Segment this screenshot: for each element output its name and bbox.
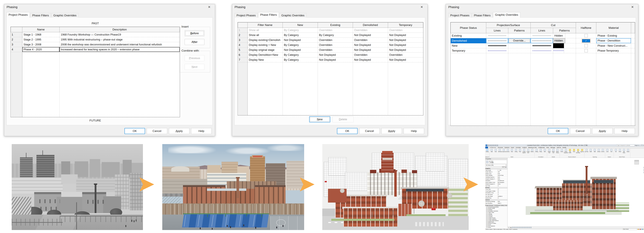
material-cell[interactable]: Phase - Demolition xyxy=(596,38,631,43)
filter-name-cell[interactable]: Display Demolition+New xyxy=(248,52,283,58)
cut-patterns-cell[interactable] xyxy=(553,48,576,53)
filter-setting-cell[interactable]: Not Displayed xyxy=(388,38,423,42)
phase-row[interactable]: 4Phase 4 - 2020Increased demand for teac… xyxy=(11,47,180,52)
combine-previous-button[interactable]: Previous xyxy=(184,55,204,61)
row-number[interactable]: 1 xyxy=(238,28,248,33)
phase-description-cell[interactable]: 1995 With industrial restructuring – pha… xyxy=(60,37,180,42)
material-cell[interactable]: Phase-Temporary xyxy=(596,48,631,53)
filter-name-cell[interactable]: Display original stage xyxy=(248,48,283,52)
filter-setting-cell[interactable]: Overridden xyxy=(388,52,423,58)
filter-row[interactable]: 4Display existing + NewBy CategoryOverri… xyxy=(238,42,423,48)
filter-row[interactable]: 5Display original stageNot DisplayedOver… xyxy=(238,48,423,52)
filter-row[interactable]: 7Display NewBy CategoryNot DisplayedNot … xyxy=(238,58,423,62)
override-row[interactable]: NewPhase - New Construct... xyxy=(451,43,635,48)
filter-name-cell[interactable]: Show all xyxy=(248,33,283,38)
cut-patterns-cell[interactable] xyxy=(553,43,576,48)
filter-setting-cell[interactable]: Overridden xyxy=(318,28,353,33)
halftone-cell[interactable] xyxy=(576,43,596,48)
tab-graphic-overrides[interactable]: Graphic Overrides xyxy=(51,13,78,18)
filter-setting-cell[interactable]: By Category xyxy=(318,33,353,38)
filter-setting-cell[interactable]: Overridden xyxy=(318,38,353,42)
insert-after-button[interactable]: After xyxy=(184,39,204,45)
cancel-button[interactable]: Cancel xyxy=(359,128,380,134)
ok-button[interactable]: OK xyxy=(548,128,568,134)
row-number[interactable]: 5 xyxy=(238,48,248,52)
phase-name-cell[interactable]: Stage 2 - 1995 xyxy=(22,37,60,42)
halftone-checkbox[interactable]: ✓ xyxy=(582,39,590,42)
filter-setting-cell[interactable]: Not Displayed xyxy=(353,58,388,62)
cut-lines-cell[interactable] xyxy=(530,33,553,38)
halftone-cell[interactable]: ✓ xyxy=(576,38,596,43)
apply-button[interactable]: Apply xyxy=(169,128,190,134)
projection-lines-cell[interactable] xyxy=(486,43,508,48)
close-icon[interactable]: ✕ xyxy=(418,4,425,10)
filter-name-cell[interactable]: Display existing + New xyxy=(248,42,283,48)
filter-name-cell[interactable]: Show all xyxy=(248,28,283,33)
cancel-button[interactable]: Cancel xyxy=(570,128,590,134)
phase-description-cell[interactable]: Increased demand for teaching spaces in … xyxy=(60,47,180,52)
phase-description-cell[interactable]: 2008 the workshop was decommissioned and… xyxy=(60,42,180,47)
row-number[interactable]: 2 xyxy=(238,33,248,38)
override-row[interactable]: TemporaryPhase-Temporary xyxy=(451,48,635,53)
filter-setting-cell[interactable]: Overridden xyxy=(318,42,353,48)
filter-setting-cell[interactable]: By Category xyxy=(283,58,318,62)
phase-status-cell[interactable]: Demolished xyxy=(451,38,486,43)
help-button[interactable]: Help xyxy=(191,128,212,134)
filter-row[interactable]: 2Show allBy CategoryBy CategoryNot Displ… xyxy=(238,33,423,38)
projection-patterns-cell[interactable] xyxy=(508,33,530,38)
filter-setting-cell[interactable]: Not Displayed xyxy=(388,33,423,38)
filter-setting-cell[interactable]: Not Displayed xyxy=(283,38,318,42)
filter-setting-cell[interactable]: Not Displayed xyxy=(388,58,423,62)
phase-description-cell[interactable]: 1968 Foundry Workshop — Construction Pha… xyxy=(60,32,180,37)
filter-setting-cell[interactable]: By Category xyxy=(283,33,318,38)
filter-name-cell[interactable]: Display existing+Demolish xyxy=(248,38,283,42)
phase-row[interactable]: 1Stage 1 - 19681968 Foundry Workshop — C… xyxy=(11,32,180,37)
tab-phase-filters[interactable]: Phase Filters xyxy=(472,13,493,18)
cut-patterns-cell[interactable]: Hidden xyxy=(553,38,576,43)
phase-status-cell[interactable]: New xyxy=(451,43,486,48)
filter-setting-cell[interactable]: By Category xyxy=(283,28,318,33)
help-button[interactable]: Help xyxy=(614,128,635,134)
filter-setting-cell[interactable]: By Category xyxy=(283,42,318,48)
projection-patterns-cell[interactable] xyxy=(508,48,530,53)
filter-setting-cell[interactable]: Not Displayed xyxy=(388,48,423,52)
phase-status-cell[interactable]: Temporary xyxy=(451,48,486,53)
projection-lines-cell[interactable] xyxy=(486,38,508,43)
delete-filter-button[interactable]: Delete xyxy=(332,116,354,122)
help-button[interactable]: Help xyxy=(404,128,424,134)
projection-lines-cell[interactable] xyxy=(486,33,508,38)
tab-graphic-overrides[interactable]: Graphic Overrides xyxy=(493,12,520,18)
projection-lines-cell[interactable] xyxy=(486,48,508,53)
projection-patterns-cell[interactable]: Override... xyxy=(508,38,530,43)
apply-button[interactable]: Apply xyxy=(592,128,613,134)
filter-setting-cell[interactable]: Overridden xyxy=(318,48,353,52)
override-row[interactable]: DemolishedOverride...Hidden✓Phase - Demo… xyxy=(451,38,635,43)
filter-setting-cell[interactable]: Overridden xyxy=(353,28,388,33)
phase-row[interactable]: 3Stage 3 - 20082008 the workshop was dec… xyxy=(11,42,180,47)
halftone-checkbox[interactable] xyxy=(584,44,588,48)
tab-project-phases[interactable]: Project Phases xyxy=(6,12,30,18)
new-filter-button[interactable]: New xyxy=(309,116,330,122)
material-cell[interactable]: Phase - New Construct... xyxy=(596,43,631,48)
filter-setting-cell[interactable]: Overridden xyxy=(353,38,388,42)
phase-name-cell[interactable]: Stage 1 - 1968 xyxy=(22,32,60,37)
material-cell[interactable]: Phase - Existing xyxy=(596,33,631,38)
close-icon[interactable]: ✕ xyxy=(629,4,636,10)
apply-button[interactable]: Apply xyxy=(382,128,402,134)
phase-status-cell[interactable]: Existing xyxy=(451,33,486,38)
filter-row[interactable]: 3Display existing+DemolishNot DisplayedO… xyxy=(238,38,423,42)
row-number[interactable]: 4 xyxy=(11,47,22,52)
row-number[interactable]: 6 xyxy=(238,52,248,58)
halftone-cell[interactable] xyxy=(576,48,596,53)
filter-setting-cell[interactable]: Not Displayed xyxy=(283,48,318,52)
phase-name-cell[interactable]: Phase 4 - 2020 xyxy=(22,47,60,52)
tab-phase-filters[interactable]: Phase Filters xyxy=(258,12,279,18)
combine-next-button[interactable]: Next xyxy=(184,64,204,70)
close-icon[interactable]: ✕ xyxy=(206,4,212,10)
filter-setting-cell[interactable]: Not Displayed xyxy=(353,33,388,38)
filter-setting-cell[interactable]: Not Displayed xyxy=(353,42,388,48)
tab-project-phases[interactable]: Project Phases xyxy=(448,13,472,18)
filter-row[interactable]: 1Show allBy CategoryOverriddenOverridden… xyxy=(238,28,423,33)
row-number[interactable]: 7 xyxy=(238,58,248,62)
override-button[interactable]: Override... xyxy=(509,39,530,43)
